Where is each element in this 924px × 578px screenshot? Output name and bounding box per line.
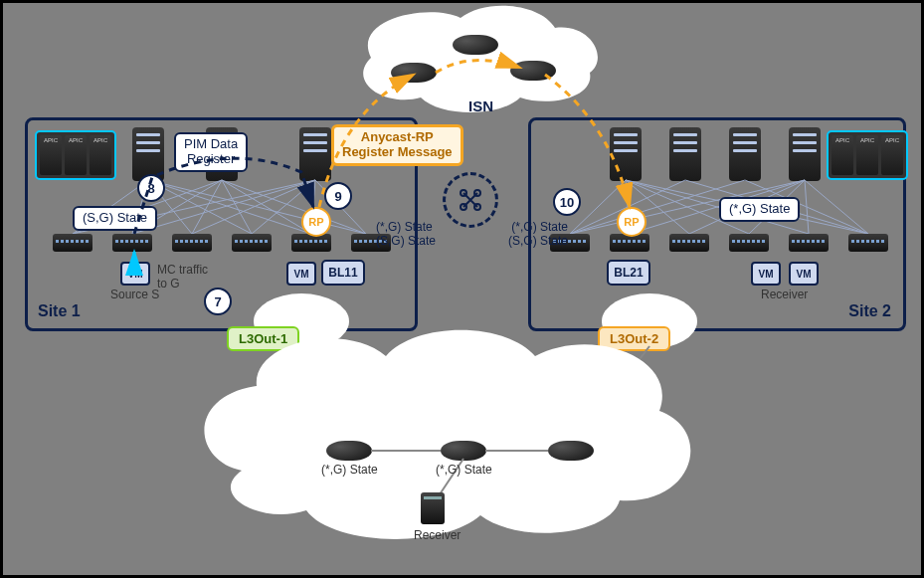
ext-mid-state: (*,G) State [436, 463, 492, 477]
l3out-2-badge: L3Out-2 [598, 326, 670, 351]
svg-line-40 [301, 346, 351, 451]
site2-star-g: (*,G) State [719, 197, 800, 222]
site2-spine-4 [789, 127, 821, 181]
site2-spine-1 [610, 127, 642, 181]
site2-vm-1: VM [751, 262, 781, 286]
site1-bl: BL11 [321, 260, 365, 286]
site2-spine-2 [669, 127, 701, 181]
ext-router-mid [441, 441, 486, 461]
site1-vm-2: VM [286, 262, 316, 286]
site2-leaf-5 [789, 234, 829, 252]
site2-leaf-6 [848, 234, 888, 252]
ext-receiver-host [421, 492, 445, 524]
site1-apic-cluster [35, 130, 116, 180]
site2-rp: RP [617, 207, 647, 237]
isn-router-top [453, 35, 498, 55]
site1-spine-1 [132, 127, 164, 181]
site2-apic-cluster [827, 130, 908, 180]
pim-register-label: PIM Data Register [174, 132, 248, 172]
site1-sg-state: (S,G) State [73, 206, 157, 231]
site1-leaf-1 [53, 234, 92, 252]
site1-spine-3 [299, 127, 331, 181]
isn-router-right [510, 61, 556, 81]
site2-leaf-3 [669, 234, 709, 252]
isn-label: ISN [468, 97, 493, 115]
site1-vm-source: VM [120, 262, 150, 286]
site1-rp: RP [301, 207, 331, 237]
svg-line-41 [570, 346, 649, 451]
central-fabric-icon [443, 172, 498, 228]
site-1-label: Site 1 [38, 302, 81, 320]
ext-receiver-label: Receiver [414, 528, 461, 542]
site1-star-sg: (*,G) State (S,G) State [376, 220, 436, 249]
ext-left-state: (*,G) State [321, 463, 378, 477]
site2-star-sg: (*,G) State (S,G) State [508, 220, 568, 249]
anycast-rp-label: Anycast-RP Register Message [331, 124, 463, 166]
step-8: 8 [137, 174, 165, 202]
site2-vm-2: VM [789, 262, 819, 286]
diagram-canvas: ISN Site 1 (S,G) State PIM [0, 0, 924, 578]
ext-router-left [326, 441, 372, 461]
site-2-label: Site 2 [848, 302, 891, 320]
site1-leaf-3 [172, 234, 212, 252]
site2-leaf-4 [729, 234, 769, 252]
step-7: 7 [204, 288, 232, 315]
site2-receiver: Receiver [761, 288, 808, 301]
step-10: 10 [553, 188, 581, 216]
ext-router-right [548, 441, 594, 461]
source-label: Source S [110, 288, 159, 301]
site1-leaf-5 [291, 234, 331, 252]
isn-router-left [391, 63, 437, 83]
mc-traffic: MC traffic to G [157, 263, 208, 291]
l3out-1-badge: L3Out-1 [227, 326, 299, 351]
site2-spine-3 [729, 127, 761, 181]
site1-leaf-2 [112, 234, 152, 252]
site1-leaf-4 [232, 234, 272, 252]
site2-bl: BL21 [607, 260, 650, 286]
step-9: 9 [324, 182, 352, 210]
